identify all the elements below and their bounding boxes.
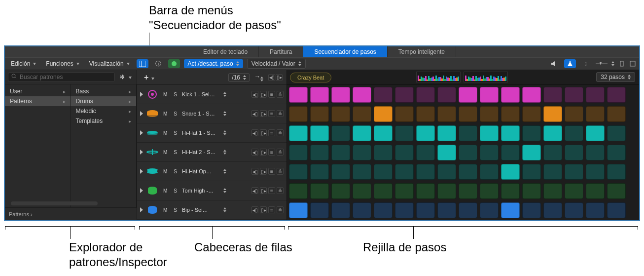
step-cell[interactable] xyxy=(395,125,414,141)
playback-direction-icon[interactable]: → xyxy=(254,73,263,81)
step-cell[interactable] xyxy=(395,164,414,180)
solo-button[interactable]: S xyxy=(172,207,179,213)
browser-scrollbar[interactable] xyxy=(11,201,98,205)
step-cell[interactable] xyxy=(310,125,329,141)
solo-button[interactable]: S xyxy=(172,111,179,117)
step-cell[interactable] xyxy=(543,125,562,141)
mute-button[interactable]: M xyxy=(162,188,169,194)
step-cell[interactable] xyxy=(586,106,605,122)
step-cell[interactable] xyxy=(289,164,308,180)
disclosure-triangle-icon[interactable] xyxy=(140,111,143,116)
pattern-browser-toggle-icon[interactable] xyxy=(137,59,148,68)
step-cell[interactable] xyxy=(501,125,520,141)
step-cell[interactable] xyxy=(586,202,605,218)
row-name-label[interactable]: Bip - Sei… xyxy=(182,207,220,213)
solo-button[interactable]: S xyxy=(172,188,179,194)
row-settings-icon[interactable]: ≡ xyxy=(268,110,275,117)
step-cell[interactable] xyxy=(522,87,541,103)
step-cell[interactable] xyxy=(331,125,350,141)
step-cell[interactable] xyxy=(289,87,308,103)
solo-button[interactable]: S xyxy=(172,168,179,175)
step-cell[interactable] xyxy=(565,183,583,199)
disclosure-triangle-icon[interactable] xyxy=(140,188,143,193)
step-cell[interactable] xyxy=(522,164,541,180)
step-cell[interactable] xyxy=(374,164,393,180)
browser-breadcrumb[interactable]: Patterns › xyxy=(9,211,33,217)
row-name-label[interactable]: Snare 1 - S… xyxy=(182,111,220,117)
step-cell[interactable] xyxy=(480,87,499,103)
step-cell[interactable] xyxy=(543,145,562,160)
tab-score[interactable]: Partitura xyxy=(259,46,303,57)
step-cell[interactable] xyxy=(395,145,414,160)
browser-item-bass[interactable]: Bass▸ xyxy=(71,86,137,96)
step-cell[interactable] xyxy=(480,202,499,218)
chevron-updown-icon[interactable] xyxy=(223,169,226,174)
pattern-length-select[interactable]: 32 pasos xyxy=(596,72,635,82)
step-cell[interactable] xyxy=(459,183,477,199)
step-cell[interactable] xyxy=(459,145,477,160)
step-cell[interactable] xyxy=(480,145,499,160)
tab-step-sequencer[interactable]: Secuenciador de pasos xyxy=(303,46,387,57)
chevron-updown-icon[interactable] xyxy=(223,188,226,193)
disclosure-triangle-icon[interactable] xyxy=(140,150,143,155)
row-settings-icon[interactable]: ≡ xyxy=(268,129,275,136)
step-left-icon[interactable]: ◂▯ xyxy=(251,129,258,136)
step-cell[interactable] xyxy=(565,202,583,218)
mute-button[interactable]: M xyxy=(162,207,169,213)
step-cell[interactable] xyxy=(459,87,477,103)
disclosure-triangle-icon[interactable] xyxy=(140,92,143,97)
menu-edit[interactable]: Edición xyxy=(8,59,39,68)
step-right-icon[interactable]: ▯▸ xyxy=(260,149,267,156)
step-cell[interactable] xyxy=(586,145,605,160)
step-cell[interactable] xyxy=(353,145,371,160)
row-lock-icon[interactable]: ≙ xyxy=(277,110,284,117)
step-cell[interactable] xyxy=(522,106,541,122)
chevron-updown-icon[interactable] xyxy=(223,207,226,212)
step-cell[interactable] xyxy=(374,183,393,199)
step-cell[interactable] xyxy=(459,106,477,122)
step-cell[interactable] xyxy=(522,183,541,199)
step-cell[interactable] xyxy=(310,87,329,103)
step-cell[interactable] xyxy=(395,106,414,122)
step-cell[interactable] xyxy=(565,125,583,141)
pattern-thumb-b[interactable] xyxy=(464,72,508,82)
step-cell[interactable] xyxy=(459,125,477,141)
menu-view[interactable]: Visualización xyxy=(86,59,133,68)
info-icon[interactable]: ⓘ xyxy=(152,59,164,68)
midi-out-icon[interactable] xyxy=(168,59,180,68)
chevron-updown-icon[interactable] xyxy=(611,61,614,66)
step-cell[interactable] xyxy=(480,183,499,199)
step-cell[interactable] xyxy=(374,125,393,141)
add-row-button[interactable]: + xyxy=(141,72,157,83)
solo-button[interactable]: S xyxy=(172,149,179,156)
step-cell[interactable] xyxy=(522,202,541,218)
zoom-slider-icon[interactable] xyxy=(596,59,608,68)
step-cell[interactable] xyxy=(395,87,414,103)
step-cell[interactable] xyxy=(607,183,626,199)
step-cell[interactable] xyxy=(310,202,329,218)
step-left-icon[interactable]: ◂▯ xyxy=(251,187,258,194)
tab-smart-tempo[interactable]: Tempo inteligente xyxy=(388,46,456,57)
step-cell[interactable] xyxy=(522,145,541,160)
step-cell[interactable] xyxy=(607,202,626,218)
row-lock-icon[interactable]: ≙ xyxy=(277,91,284,98)
step-cell[interactable] xyxy=(586,183,605,199)
mute-button[interactable]: M xyxy=(162,111,169,117)
step-cell[interactable] xyxy=(331,87,350,103)
step-cell[interactable] xyxy=(310,164,329,180)
pattern-thumb-a[interactable] xyxy=(416,72,461,82)
step-cell[interactable] xyxy=(437,106,456,122)
step-cell[interactable] xyxy=(437,164,456,180)
step-cell[interactable] xyxy=(416,145,435,160)
step-cell[interactable] xyxy=(289,183,308,199)
step-cell[interactable] xyxy=(416,106,435,122)
row-settings-icon[interactable]: ≡ xyxy=(268,149,275,156)
step-cell[interactable] xyxy=(331,164,350,180)
step-cell[interactable] xyxy=(331,183,350,199)
live-mode-icon[interactable] xyxy=(564,59,576,68)
step-cell[interactable] xyxy=(416,183,435,199)
step-cell[interactable] xyxy=(353,106,371,122)
row-settings-icon[interactable]: ≡ xyxy=(268,168,275,175)
step-cell[interactable] xyxy=(586,125,605,141)
browser-item-user[interactable]: User▸ xyxy=(5,86,71,96)
